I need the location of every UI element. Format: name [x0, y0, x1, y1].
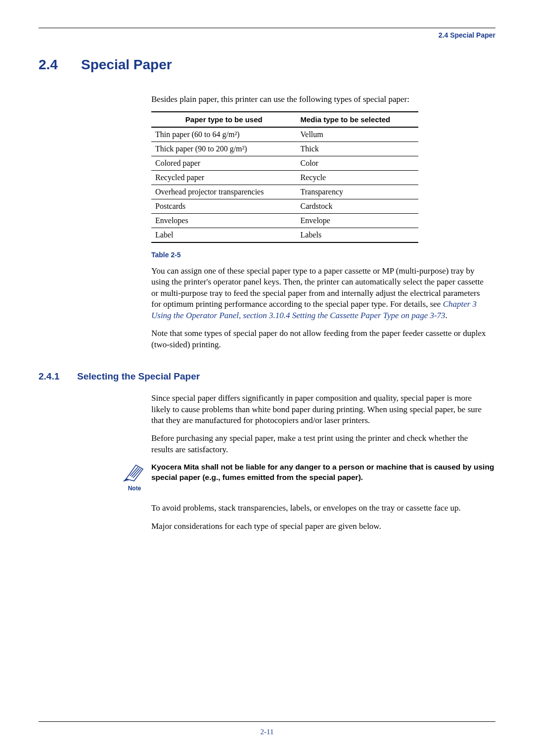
table-row: Overhead projector transparenciesTranspa…	[151, 185, 418, 199]
section-number: 2.4	[39, 57, 81, 73]
note-block: Note Kyocera Mita shall not be liable fo…	[118, 462, 495, 492]
page-number: 2-11	[39, 728, 495, 736]
section-heading: 2.4Special Paper	[39, 57, 495, 73]
paragraph: Since special paper differs significantl…	[151, 393, 490, 426]
table-cell: Envelope	[297, 214, 419, 228]
intro-paragraph: Besides plain paper, this printer can us…	[151, 94, 490, 104]
paragraph-text: .	[445, 311, 447, 320]
body-column: Since special paper differs significantl…	[151, 393, 490, 455]
paragraph: Major considerations for each type of sp…	[151, 521, 490, 532]
table-row: PostcardsCardstock	[151, 199, 418, 214]
top-rule	[39, 28, 495, 28]
table-cell: Colored paper	[151, 156, 297, 171]
table-col-media-type: Media type to be selected	[297, 112, 419, 127]
table-row: Recycled paperRecycle	[151, 171, 418, 185]
table-cell: Recycled paper	[151, 171, 297, 185]
subsection-number: 2.4.1	[39, 371, 77, 382]
table-cell: Envelopes	[151, 214, 297, 228]
subsection-heading: 2.4.1Selecting the Special Paper	[39, 371, 495, 382]
paragraph-text: You can assign one of these special pape…	[151, 266, 484, 309]
paragraph: To avoid problems, stack transparencies,…	[151, 503, 490, 514]
table-cell: Vellum	[297, 127, 419, 142]
table-cell: Label	[151, 228, 297, 243]
table-cell: Color	[297, 156, 419, 171]
table-cell: Cardstock	[297, 199, 419, 214]
body-column: To avoid problems, stack transparencies,…	[151, 503, 490, 532]
table-cell: Labels	[297, 228, 419, 243]
table-row: EnvelopesEnvelope	[151, 214, 418, 228]
section-title: Special Paper	[81, 57, 172, 72]
table-cell: Thin paper (60 to 64 g/m²)	[151, 127, 297, 142]
paragraph: Before purchasing any special paper, mak…	[151, 433, 490, 455]
table-cell: Recycle	[297, 171, 419, 185]
table-header-row: Paper type to be used Media type to be s…	[151, 112, 418, 127]
table-row: LabelLabels	[151, 228, 418, 243]
note-text: Kyocera Mita shall not be liable for any…	[151, 462, 495, 483]
note-icon-wrap: Note	[118, 462, 151, 492]
note-label: Note	[118, 485, 151, 492]
table-row: Colored paperColor	[151, 156, 418, 171]
page: 2.4 Special Paper 2.4Special Paper Besid…	[0, 0, 534, 756]
table-row: Thick paper (90 to 200 g/m²)Thick	[151, 142, 418, 156]
table-cell: Transparency	[297, 185, 419, 199]
footer: 2-11	[39, 721, 495, 736]
paper-type-table: Paper type to be used Media type to be s…	[151, 111, 418, 243]
body-column: Besides plain paper, this printer can us…	[151, 94, 490, 350]
table-caption: Table 2-5	[151, 251, 490, 259]
footer-rule	[39, 721, 495, 722]
paragraph: Note that some types of special paper do…	[151, 328, 490, 350]
subsection-title: Selecting the Special Paper	[77, 371, 200, 381]
table-cell: Thick paper (90 to 200 g/m²)	[151, 142, 297, 156]
table-col-paper-type: Paper type to be used	[151, 112, 297, 127]
table-cell: Thick	[297, 142, 419, 156]
running-header: 2.4 Special Paper	[39, 31, 495, 39]
table-cell: Overhead projector transparencies	[151, 185, 297, 199]
paragraph: You can assign one of these special pape…	[151, 266, 490, 321]
note-icon	[123, 462, 146, 482]
table-row: Thin paper (60 to 64 g/m²)Vellum	[151, 127, 418, 142]
table-cell: Postcards	[151, 199, 297, 214]
